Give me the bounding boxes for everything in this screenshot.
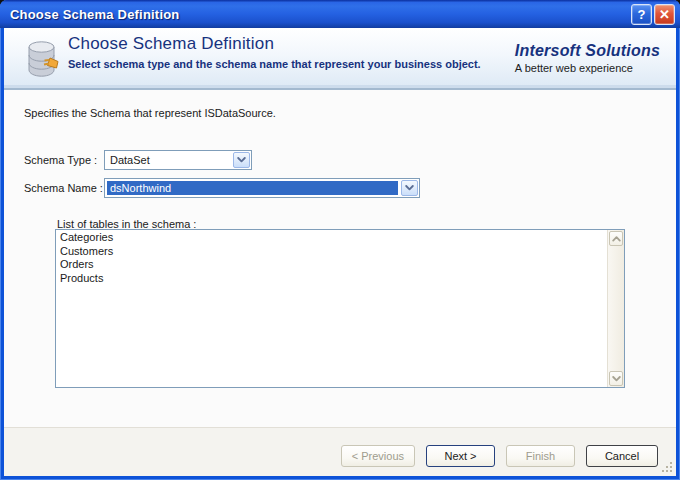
vertical-scrollbar[interactable]: [607, 230, 624, 387]
description-text: Specifies the Schema that represent ISDa…: [24, 107, 276, 119]
resize-grip[interactable]: [661, 461, 674, 474]
schema-name-label: Schema Name :: [24, 182, 103, 194]
schema-type-combobox[interactable]: DataSet: [104, 150, 252, 170]
previous-button: < Previous: [341, 445, 415, 467]
header-title: Choose Schema Definition: [68, 34, 481, 54]
chevron-down-icon[interactable]: [401, 180, 418, 196]
list-item[interactable]: Products: [56, 272, 606, 286]
close-button[interactable]: ✕: [654, 4, 675, 25]
list-item[interactable]: Orders: [56, 258, 606, 272]
chevron-up-icon: [612, 236, 621, 242]
chevron-down-icon: [612, 376, 621, 382]
chevron-down-icon[interactable]: [233, 152, 250, 168]
dialog-window: Choose Schema Definition ? ✕ Choose S: [0, 0, 680, 480]
header-subtitle: Select schema type and the schema name t…: [68, 58, 481, 70]
dialog-frame: Choose Schema Definition Select schema t…: [4, 28, 676, 476]
wizard-header: Choose Schema Definition Select schema t…: [4, 28, 676, 90]
brand-block: Intersoft Solutions A better web experie…: [515, 42, 660, 74]
schema-type-label: Schema Type :: [24, 154, 97, 166]
button-bar: < Previous Next > Finish Cancel: [4, 427, 676, 476]
scroll-down-button[interactable]: [609, 371, 623, 386]
help-icon: ?: [638, 7, 646, 22]
schema-type-value: DataSet: [106, 152, 231, 168]
tables-listbox[interactable]: Categories Customers Orders Products: [55, 229, 625, 388]
cancel-button[interactable]: Cancel: [586, 445, 658, 467]
window-title: Choose Schema Definition: [10, 7, 629, 22]
schema-name-combobox[interactable]: dsNorthwind: [104, 178, 420, 198]
titlebar[interactable]: Choose Schema Definition ? ✕: [0, 0, 680, 28]
next-button[interactable]: Next >: [426, 445, 495, 467]
brand-tagline: A better web experience: [515, 62, 660, 74]
close-icon: ✕: [659, 7, 670, 22]
brand-name: Intersoft Solutions: [515, 42, 660, 60]
finish-button: Finish: [506, 445, 575, 467]
list-item[interactable]: Categories: [56, 231, 606, 245]
schema-name-value: dsNorthwind: [107, 181, 398, 195]
help-button[interactable]: ?: [631, 4, 652, 25]
dialog-content: Specifies the Schema that represent ISDa…: [4, 90, 676, 427]
list-item[interactable]: Customers: [56, 245, 606, 259]
database-icon: [24, 38, 62, 84]
tables-list: Categories Customers Orders Products: [56, 231, 606, 285]
scroll-up-button[interactable]: [609, 231, 623, 246]
